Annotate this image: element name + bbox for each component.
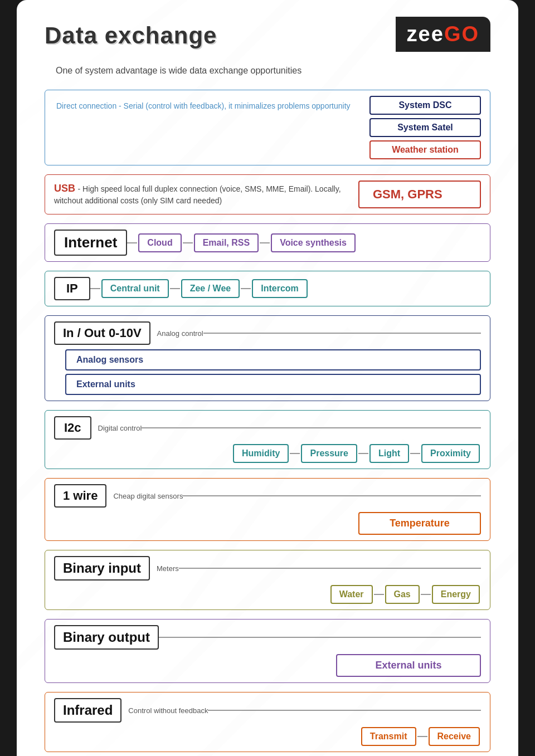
tag-intercom: Intercom	[252, 279, 308, 298]
connector7	[159, 637, 481, 638]
infrared-label: Infrared	[54, 698, 121, 723]
tag-cloud: Cloud	[138, 233, 181, 252]
tag-gas: Gas	[385, 585, 420, 604]
tc2	[260, 242, 270, 243]
connector1	[127, 242, 137, 243]
tag-voice-synthesis: Voice synthesis	[271, 233, 356, 252]
binary-output-top-row: Binary output	[54, 625, 481, 650]
direct-tags-col: System DSC System Satel Weather station	[369, 96, 481, 159]
onewire-label: 1 wire	[54, 484, 106, 508]
usb-section: USB - High speed local full duplex conne…	[45, 174, 490, 214]
tag-receive: Receive	[429, 727, 480, 746]
connector8	[208, 710, 481, 711]
inout-section: In / Out 0-10V Analog control Analog sen…	[45, 315, 490, 401]
i2c-section: I2c Digital control Humidity Pressure Li…	[45, 410, 490, 469]
binary-input-section: Binary input Meters Water Gas Energy	[45, 550, 490, 610]
tc4	[241, 288, 251, 289]
internet-row: Internet Cloud Email, RSS Voice synthesi…	[54, 230, 481, 256]
tag-energy: Energy	[432, 585, 480, 604]
inout-sublabel: Analog control	[157, 329, 203, 338]
ip-tags: Central unit Zee / Wee Intercom	[100, 279, 309, 298]
inout-label: In / Out 0-10V	[54, 321, 150, 345]
tag-temperature: Temperature	[358, 512, 481, 535]
tag-external-units-output: External units	[336, 654, 481, 677]
tag-weather-station: Weather station	[369, 140, 481, 159]
i2c-label: I2c	[54, 416, 91, 440]
tc1	[183, 242, 193, 243]
tag-zee-wee: Zee / Wee	[181, 279, 240, 298]
ip-section: IP Central unit Zee / Wee Intercom	[45, 271, 490, 306]
onewire-section: 1 wire Cheap digital sensors Temperature	[45, 478, 490, 541]
onewire-tags: Temperature	[54, 512, 481, 535]
i2c-tags: Humidity Pressure Light Proximity	[54, 444, 481, 463]
connector2	[90, 288, 100, 289]
page-title-area: Data exchange	[45, 17, 217, 49]
onewire-top-row: 1 wire Cheap digital sensors	[54, 484, 481, 508]
tag-gsm-gprs: GSM, GPRS	[358, 181, 481, 208]
logo-area: zeeGO	[396, 17, 490, 52]
tag-system-satel: System Satel	[369, 118, 481, 137]
ip-row: IP Central unit Zee / Wee Intercom	[54, 277, 481, 300]
binary-input-tags: Water Gas Energy	[54, 585, 481, 604]
ip-label: IP	[54, 277, 90, 300]
tag-system-dsc: System DSC	[369, 96, 481, 115]
binary-output-tags: External units	[54, 654, 481, 677]
direct-connection-section: Direct connection - Serial (control with…	[45, 90, 490, 165]
connector5	[183, 495, 481, 496]
page: Data exchange zeeGO One of system advant…	[17, 0, 518, 756]
tag-pressure: Pressure	[301, 444, 357, 463]
tag-water: Water	[330, 585, 373, 604]
tag-humidity: Humidity	[233, 444, 289, 463]
header: Data exchange zeeGO	[45, 17, 490, 49]
binary-output-label: Binary output	[54, 625, 159, 650]
binary-input-top-row: Binary input Meters	[54, 556, 481, 581]
internet-section: Internet Cloud Email, RSS Voice synthesi…	[45, 223, 490, 262]
page-title: Data exchange	[45, 22, 217, 49]
gsm-tag-area: GSM, GPRS	[358, 181, 481, 208]
infrared-tags: Transmit Receive	[54, 727, 481, 746]
tag-transmit: Transmit	[361, 727, 416, 746]
infrared-top-row: Infrared Control without feedback	[54, 698, 481, 723]
connector3	[203, 333, 481, 334]
connector4	[142, 427, 481, 428]
tag-analog-sensors: Analog sensors	[65, 349, 481, 370]
usb-label: USB	[54, 183, 75, 194]
i2c-top-row: I2c Digital control	[54, 416, 481, 440]
direct-connection-text-area: Direct connection - Serial (control with…	[54, 96, 363, 159]
inout-top-row: In / Out 0-10V Analog control	[54, 321, 481, 345]
internet-tags: Cloud Email, RSS Voice synthesis	[137, 233, 357, 252]
binary-output-section: Binary output External units	[45, 619, 490, 683]
inout-tags: Analog sensors External units	[54, 349, 481, 395]
tag-central-unit: Central unit	[101, 279, 169, 298]
tag-light: Light	[369, 444, 409, 463]
infrared-section: Infrared Control without feedback Transm…	[45, 692, 490, 752]
connector6	[179, 568, 481, 569]
binary-input-sublabel: Meters	[157, 564, 179, 573]
tag-proximity: Proximity	[421, 444, 480, 463]
subtitle: One of system advantage is wide data exc…	[56, 66, 490, 76]
logo-zee: zeeGO	[407, 22, 479, 46]
binary-input-label: Binary input	[54, 556, 150, 581]
direct-connection-text: Direct connection - Serial (control with…	[56, 100, 361, 112]
tag-email-rss: Email, RSS	[194, 233, 259, 252]
internet-label: Internet	[54, 230, 127, 256]
tag-external-units-inout: External units	[65, 374, 481, 395]
infrared-sublabel: Control without feedback	[128, 706, 208, 715]
tc3	[170, 288, 180, 289]
onewire-sublabel: Cheap digital sensors	[113, 492, 183, 500]
usb-text-area: USB - High speed local full duplex conne…	[54, 183, 352, 207]
usb-desc: - High speed local full duplex connectio…	[54, 184, 341, 205]
i2c-sublabel: Digital control	[98, 424, 142, 432]
